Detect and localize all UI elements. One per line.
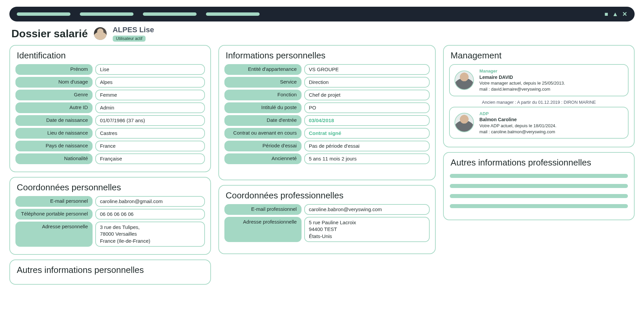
field-label: Nationalité (15, 153, 93, 164)
field-label: Nom d'usage (15, 77, 93, 88)
field-value[interactable]: Contrat signé (304, 128, 430, 139)
maximize-icon[interactable]: ▲ (612, 11, 618, 18)
coord-pro-title: Coordonnées professionnelles (226, 190, 430, 201)
field-row: FonctionChef de projet (224, 90, 430, 100)
field-row: Nom d'usageAlpes (15, 77, 205, 88)
identification-title: Identification (17, 50, 205, 61)
tab-placeholder[interactable] (143, 12, 197, 16)
info-pro-rows: Entité d'appartenanceVS GROUPEServiceDir… (224, 64, 430, 164)
field-row: Intitulé du postePO (224, 102, 430, 113)
user-avatar (94, 27, 107, 40)
field-value[interactable]: Pas de période d'essai (304, 141, 430, 151)
field-row: Contrat ou avenant en coursContrat signé (224, 128, 430, 139)
field-value[interactable]: PO (304, 102, 430, 113)
field-value[interactable]: Admin (95, 102, 205, 113)
user-name: ALPES Lise (113, 26, 154, 34)
field-row: E-mail personnelcaroline.babron@gmail.co… (15, 196, 205, 207)
field-label: Pays de naissance (15, 141, 93, 151)
field-value[interactable]: 5 ans 11 mois 2 jours (304, 153, 430, 164)
field-row: Ancienneté5 ans 11 mois 2 jours (224, 153, 430, 164)
field-label: Genre (15, 90, 93, 100)
field-row: Adresse professionnelle5 rue Pauline Lac… (224, 217, 430, 242)
field-label: E-mail personnel (15, 196, 93, 207)
user-status-badge: Utilisateur actif (113, 36, 146, 42)
field-row: Autre IDAdmin (15, 102, 205, 113)
manager-text: Manager Lemaire DAVID Votre manager actu… (479, 68, 565, 92)
field-label: Lieu de naissance (15, 128, 93, 139)
autres-perso-card: Autres informations personnelles (9, 259, 211, 285)
field-row: Pays de naissanceFrance (15, 141, 205, 151)
field-label: Ancienneté (224, 153, 302, 164)
field-row: Téléphone portable personnel06 06 06 06 … (15, 209, 205, 220)
field-label: Fonction (224, 90, 302, 100)
autres-perso-title: Autres informations personnelles (17, 265, 205, 275)
field-value[interactable]: Direction (304, 77, 430, 88)
field-value[interactable]: France (95, 141, 205, 151)
identification-rows: PrénomLiseNom d'usageAlpesGenreFemmeAutr… (15, 64, 205, 164)
field-value[interactable]: caroline.babron@gmail.com (95, 196, 205, 207)
field-value[interactable]: Chef de projet (304, 90, 430, 100)
column-left: Identification PrénomLiseNom d'usageAlpe… (9, 45, 211, 289)
tab-placeholder[interactable] (17, 12, 70, 16)
field-row: Adresse personnelle3 rue des Tulipes, 78… (15, 222, 205, 247)
field-row: NationalitéFrançaise (15, 153, 205, 164)
identification-card: Identification PrénomLiseNom d'usageAlpe… (9, 45, 211, 172)
coord-pro-card: Coordonnées professionnelles E-mail prof… (218, 185, 436, 254)
field-label: Intitulé du poste (224, 102, 302, 113)
column-right: Management Manager Lemaire DAVID Votre m… (443, 45, 635, 225)
field-row: Lieu de naissanceCastres (15, 128, 205, 139)
adp-role: ADP (479, 111, 556, 117)
info-pro-title: Informations personnelles (226, 50, 430, 61)
adp-avatar (454, 113, 474, 132)
coord-perso-rows: E-mail personnelcaroline.babron@gmail.co… (15, 196, 205, 247)
field-row: ServiceDirection (224, 77, 430, 88)
window-titlebar: ■ ▲ ✕ (9, 7, 635, 21)
field-value[interactable]: 01/07/1986 (37 ans) (95, 115, 205, 126)
management-title: Management (450, 50, 629, 61)
coord-perso-title: Coordonnées personnelles (17, 182, 205, 193)
coord-pro-rows: E-mail professionnelcaroline.babron@very… (224, 204, 430, 242)
field-label: Date d'entrée (224, 115, 302, 126)
field-row: Date d'entrée03/04/2018 (224, 115, 430, 126)
tab-placeholder[interactable] (206, 12, 260, 16)
field-label: Date de naissance (15, 115, 93, 126)
page-header: Dossier salarié ALPES Lise Utilisateur a… (11, 26, 635, 42)
adp-line1: Votre ADP actuel, depuis le 18/01/2024. (479, 123, 556, 129)
titlebar-tabs (17, 12, 260, 16)
field-value[interactable]: 3 rue des Tulipes, 78000 Versailles Fran… (95, 222, 205, 247)
field-label: Autre ID (15, 102, 93, 113)
field-value[interactable]: 5 rue Pauline Lacroix 94400 TEST États-U… (304, 217, 430, 242)
placeholder-row (450, 204, 628, 208)
field-label: Période d'essai (224, 141, 302, 151)
field-value[interactable]: Française (95, 153, 205, 164)
adp-name: Balmon Caroline (479, 116, 556, 123)
field-label: Prénom (15, 64, 93, 75)
adp-line2: mail : caroline.balmon@veryswing.com (479, 129, 556, 135)
field-value[interactable]: Alpes (95, 77, 205, 88)
field-label: Adresse professionnelle (224, 217, 302, 242)
field-value[interactable]: Castres (95, 128, 205, 139)
minimize-icon[interactable]: ■ (604, 11, 608, 18)
field-label: Service (224, 77, 302, 88)
manager-name: Lemaire DAVID (479, 74, 565, 81)
autres-pro-card: Autres informations professionnelles (443, 152, 635, 220)
field-value[interactable]: 03/04/2018 (304, 115, 430, 126)
close-icon[interactable]: ✕ (622, 10, 627, 18)
field-row: Période d'essaiPas de période d'essai (224, 141, 430, 151)
field-row: Entité d'appartenanceVS GROUPE (224, 64, 430, 75)
field-value[interactable]: Femme (95, 90, 205, 100)
autres-pro-title: Autres informations professionnelles (450, 157, 629, 168)
field-label: Téléphone portable personnel (15, 209, 93, 220)
column-middle: Informations personnelles Entité d'appar… (218, 45, 436, 259)
field-value[interactable]: 06 06 06 06 06 (95, 209, 205, 220)
field-value[interactable]: caroline.babron@veryswing.com (304, 204, 430, 215)
field-row: PrénomLise (15, 64, 205, 75)
field-row: E-mail professionnelcaroline.babron@very… (224, 204, 430, 215)
field-value[interactable]: Lise (95, 64, 205, 75)
info-pro-card: Informations personnelles Entité d'appar… (218, 45, 436, 180)
field-value[interactable]: VS GROUPE (304, 64, 430, 75)
tab-placeholder[interactable] (80, 12, 133, 16)
placeholder-row (450, 174, 628, 178)
manager-line1: Votre manager actuel, depuis le 25/05/20… (479, 80, 565, 86)
field-label: Contrat ou avenant en cours (224, 128, 302, 139)
